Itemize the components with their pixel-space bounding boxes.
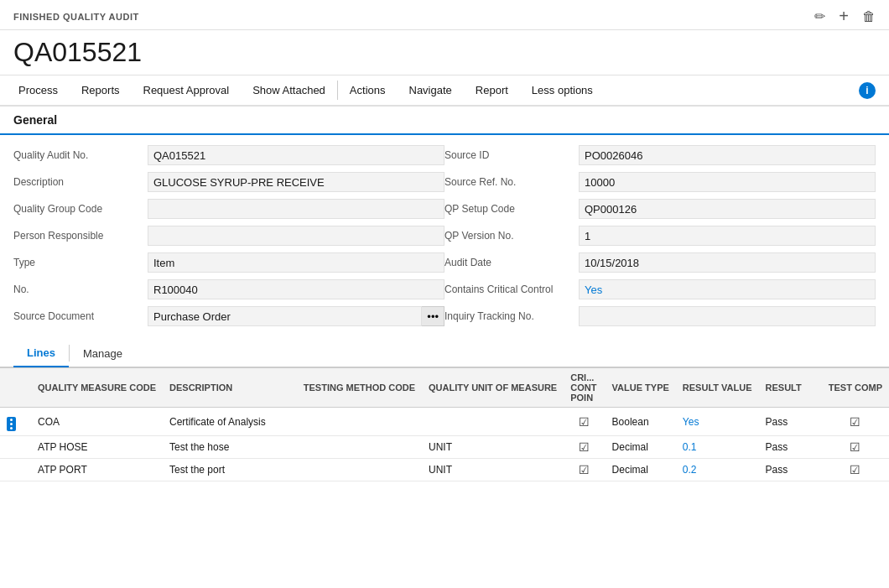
header-icons: ✏ + 🗑 — [814, 7, 876, 26]
field-source-ref-no: Source Ref. No. 10000 — [444, 169, 876, 195]
value-person-responsible[interactable] — [148, 226, 444, 246]
col-header-desc[interactable]: DESCRIPTION — [163, 368, 297, 408]
row-quom — [422, 408, 564, 436]
source-document-wrapper: Purchase Order ••• — [148, 306, 444, 326]
field-person-responsible: Person Responsible — [13, 222, 444, 249]
value-description[interactable]: GLUCOSE SYRUP-PRE RECEIVE — [148, 172, 444, 192]
value-contains-critical-control[interactable]: Yes — [579, 279, 876, 299]
lines-tabs: Lines Manage — [0, 340, 889, 367]
action-actions[interactable]: Actions — [338, 75, 398, 105]
field-inquiry-tracking-no: Inquiry Tracking No. — [444, 303, 876, 330]
row-test-complete[interactable]: ☑ — [822, 459, 889, 481]
row-vtype: Boolean — [606, 408, 676, 436]
table-row: COACertificate of Analysis☑BooleanYesPas… — [0, 408, 889, 436]
label-qp-version-no: QP Version No. — [444, 230, 579, 242]
row-tmc — [297, 436, 422, 459]
row-menu-cell — [0, 436, 31, 459]
field-qp-version-no: QP Version No. 1 — [444, 222, 876, 249]
row-ccp[interactable]: ☑ — [564, 408, 605, 436]
row-result-value: Pass — [759, 408, 822, 436]
form-right-column: Source ID PO0026046 Source Ref. No. 1000… — [444, 142, 876, 330]
label-source-id: Source ID — [444, 149, 579, 162]
record-title: QA015521 — [0, 30, 889, 75]
col-header-quom[interactable]: QUALITY UNIT OF MEASURE — [422, 368, 564, 408]
row-vtype: Decimal — [606, 459, 676, 481]
row-qmc: COA — [31, 408, 163, 436]
field-source-id: Source ID PO0026046 — [444, 142, 876, 169]
form-left-column: Quality Audit No. QA015521 Description G… — [13, 142, 444, 330]
row-vtype: Decimal — [606, 436, 676, 459]
value-qp-setup-code[interactable]: QP000126 — [579, 199, 876, 219]
row-description: Certificate of Analysis — [163, 408, 297, 436]
action-show-attached[interactable]: Show Attached — [241, 75, 337, 105]
row-qmc: ATP PORT — [31, 459, 163, 481]
row-ccp[interactable]: ☑ — [564, 436, 605, 459]
row-result-value: Pass — [759, 459, 822, 481]
lines-table: QUALITY MEASURE CODE DESCRIPTION TESTING… — [0, 367, 889, 481]
delete-icon[interactable]: 🗑 — [862, 9, 876, 24]
action-navigate[interactable]: Navigate — [398, 75, 464, 105]
tab-lines[interactable]: Lines — [13, 340, 69, 367]
col-header-tmc[interactable]: TESTING METHOD CODE — [297, 368, 422, 408]
row-quom: UNIT — [422, 459, 564, 481]
label-no: No. — [13, 284, 148, 296]
action-process[interactable]: Process — [7, 75, 70, 105]
row-tmc — [297, 459, 422, 481]
tab-manage[interactable]: Manage — [70, 340, 136, 367]
source-document-dots-button[interactable]: ••• — [422, 306, 444, 326]
page-header-title: FINISHED QUALITY AUDIT — [13, 12, 139, 22]
edit-icon[interactable]: ✏ — [814, 8, 825, 24]
value-quality-group-code[interactable] — [148, 199, 444, 219]
col-header-result[interactable]: RESULT VALUE — [676, 368, 759, 408]
lines-section: Lines Manage QUALITY MEASURE CODE DESCRI… — [0, 340, 889, 481]
col-header-qmc[interactable]: QUALITY MEASURE CODE — [31, 368, 163, 408]
value-quality-audit-no[interactable]: QA015521 — [148, 145, 444, 165]
field-qp-setup-code: QP Setup Code QP000126 — [444, 195, 876, 222]
value-source-document[interactable]: Purchase Order — [148, 306, 422, 326]
label-quality-group-code: Quality Group Code — [13, 203, 148, 216]
row-ccp[interactable]: ☑ — [564, 459, 605, 481]
col-header-ccp[interactable]: CRI...CONTPOIN — [564, 368, 605, 408]
row-description: Test the hose — [163, 436, 297, 459]
label-contains-critical-control: Contains Critical Control — [444, 284, 579, 296]
value-qp-version-no[interactable]: 1 — [579, 226, 876, 246]
info-icon[interactable]: i — [859, 82, 876, 99]
row-menu-cell — [0, 408, 31, 436]
general-form: Quality Audit No. QA015521 Description G… — [0, 138, 889, 333]
table-header-row: QUALITY MEASURE CODE DESCRIPTION TESTING… — [0, 368, 889, 408]
col-header-resultval[interactable]: RESULT — [759, 368, 822, 408]
row-test-complete[interactable]: ☑ — [822, 408, 889, 436]
content-area: General Quality Audit No. QA015521 Descr… — [0, 107, 889, 569]
row-result[interactable]: Yes — [676, 408, 759, 436]
row-result[interactable]: 0.2 — [676, 459, 759, 481]
value-no[interactable]: R100040 — [148, 279, 444, 299]
action-reports[interactable]: Reports — [70, 75, 132, 105]
row-quom: UNIT — [422, 436, 564, 459]
value-source-ref-no[interactable]: 10000 — [579, 172, 876, 192]
field-type: Type Item — [13, 249, 444, 276]
value-source-id[interactable]: PO0026046 — [579, 145, 876, 165]
field-quality-audit-no: Quality Audit No. QA015521 — [13, 142, 444, 169]
field-audit-date: Audit Date 10/15/2018 — [444, 249, 876, 276]
action-request-approval[interactable]: Request Approval — [132, 75, 242, 105]
value-inquiry-tracking-no[interactable] — [579, 306, 876, 326]
row-tmc — [297, 408, 422, 436]
action-report[interactable]: Report — [464, 75, 520, 105]
col-header-tc[interactable]: TEST COMP — [822, 368, 889, 408]
col-header-vtype[interactable]: VALUE TYPE — [606, 368, 676, 408]
row-result[interactable]: 0.1 — [676, 436, 759, 459]
value-type[interactable]: Item — [148, 252, 444, 273]
field-description: Description GLUCOSE SYRUP-PRE RECEIVE — [13, 169, 444, 195]
action-less-options[interactable]: Less options — [520, 75, 605, 105]
row-menu-cell — [0, 459, 31, 481]
page-header: FINISHED QUALITY AUDIT ✏ + 🗑 — [0, 0, 889, 30]
field-no: No. R100040 — [13, 276, 444, 303]
general-section-header: General — [0, 107, 889, 135]
row-context-menu-button[interactable] — [7, 417, 16, 431]
add-icon[interactable]: + — [839, 7, 849, 26]
value-audit-date[interactable]: 10/15/2018 — [579, 252, 876, 273]
table-row: ATP PORTTest the portUNIT☑Decimal0.2Pass… — [0, 459, 889, 481]
label-qp-setup-code: QP Setup Code — [444, 203, 579, 216]
row-test-complete[interactable]: ☑ — [822, 436, 889, 459]
field-contains-critical-control: Contains Critical Control Yes — [444, 276, 876, 303]
